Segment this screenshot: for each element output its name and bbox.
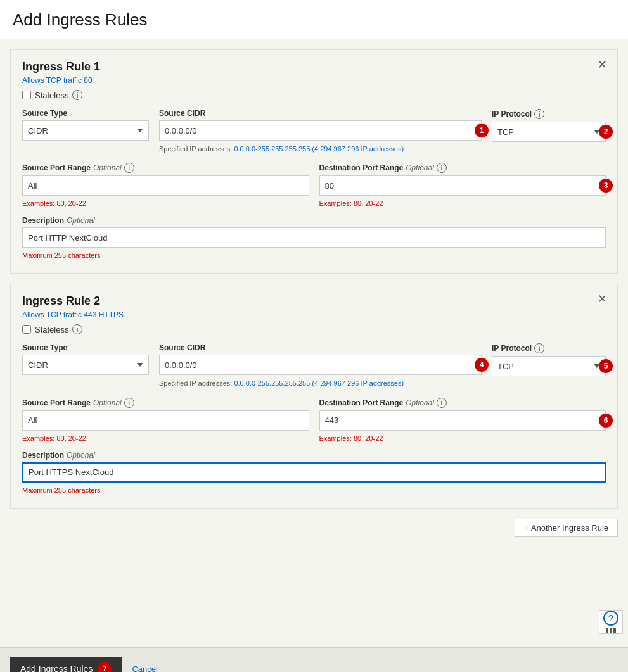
- rule-1-stateless-label: Stateless: [35, 91, 68, 100]
- rule-2-dest-port-group: Destination Port Range Optional i 443 6 …: [319, 398, 606, 442]
- rule-1-ip-protocol-label: IP Protocol i: [492, 109, 606, 119]
- rule-2-source-port-examples: Examples: 80, 20-22: [22, 434, 309, 442]
- cancel-button[interactable]: Cancel: [132, 664, 157, 673]
- rule-1-ip-protocol-info-icon[interactable]: i: [534, 109, 544, 119]
- svg-rect-3: [606, 631, 608, 633]
- rule-2-title: Ingress Rule 2: [22, 295, 606, 308]
- svg-rect-1: [610, 628, 612, 631]
- rule-1-dest-port-label: Destination Port Range Optional i: [319, 163, 606, 173]
- rule-1-stateless-checkbox[interactable]: [22, 91, 31, 99]
- rule-1-allows-text: Allows TCP traffic 80: [22, 76, 606, 85]
- footer-badge-7: 7: [98, 662, 112, 672]
- rule-1-dest-port-info-icon[interactable]: i: [437, 163, 447, 173]
- rule-1-close-button[interactable]: ✕: [598, 59, 607, 70]
- another-rule-bar: + Another Ingress Rule: [10, 519, 618, 537]
- rule-1-dest-port-examples: Examples: 80, 20-22: [319, 200, 606, 207]
- rule-1-source-port-group: Source Port Range Optional i All Example…: [22, 163, 309, 207]
- rule-2-source-cidr-label: Source CIDR: [159, 343, 482, 352]
- rule-1-dest-port-group: Destination Port Range Optional i 80 3 E…: [319, 163, 606, 207]
- rule-1-desc-row: Description Optional Port HTTP NextCloud…: [22, 216, 606, 259]
- rule-1-dest-port-wrapper: 80 3: [319, 175, 606, 196]
- rule-2-max-chars: Maximum 255 characters: [22, 486, 606, 494]
- rule-2-stateless-label: Stateless: [35, 325, 68, 334]
- rule-2-dest-port-input[interactable]: 443: [319, 410, 606, 431]
- rule-1-cidr-hint: Specified IP addresses: 0.0.0.0-255.255.…: [159, 144, 482, 154]
- rule-2-description-group: Description Optional Port HTTPS NextClou…: [22, 451, 606, 494]
- rule-1-cidr-hint-blue: 0.0.0.0-255.255.255.255 (4 294 967 296 I…: [234, 145, 404, 153]
- help-widget[interactable]: ?: [599, 610, 623, 634]
- rule-2-ip-protocol-wrapper: TCP UDP ICMP All Protocols 5: [492, 356, 606, 376]
- rule-2-source-port-info-icon[interactable]: i: [124, 398, 134, 408]
- ingress-rule-2-card: Ingress Rule 2 ✕ Allows TCP traffic 443 …: [10, 284, 618, 508]
- page-title: Add Ingress Rules: [13, 10, 615, 30]
- rule-1-ip-protocol-group: IP Protocol i TCP UDP ICMP All Protocols…: [492, 109, 606, 142]
- rule-1-top-fields: Source Type CIDR Service Network Securit…: [22, 109, 606, 154]
- rule-2-ip-protocol-info-icon[interactable]: i: [534, 343, 544, 353]
- rule-2-close-button[interactable]: ✕: [598, 293, 607, 305]
- rule-1-dest-port-input[interactable]: 80: [319, 175, 606, 196]
- rule-2-ip-protocol-select[interactable]: TCP UDP ICMP All Protocols: [492, 356, 606, 376]
- rule-1-port-row: Source Port Range Optional i All Example…: [22, 163, 606, 207]
- rule-1-source-port-label: Source Port Range Optional i: [22, 163, 309, 173]
- rule-2-desc-row: Description Optional Port HTTPS NextClou…: [22, 451, 606, 494]
- svg-rect-4: [610, 631, 612, 633]
- rule-2-source-cidr-wrapper: 0.0.0.0/0 4: [159, 355, 482, 375]
- rule-1-description-group: Description Optional Port HTTP NextCloud…: [22, 216, 606, 259]
- rule-2-allows-text: Allows TCP traffic 443 HTTPS: [22, 310, 606, 319]
- rule-2-stateless-row: Stateless i: [22, 324, 606, 334]
- rule-2-ip-protocol-label: IP Protocol i: [492, 343, 606, 353]
- page-header: Add Ingress Rules: [0, 0, 628, 39]
- rule-2-source-type-group: Source Type CIDR Service Network Securit…: [22, 343, 149, 375]
- rule-2-description-label: Description Optional: [22, 451, 606, 460]
- svg-rect-0: [606, 628, 608, 631]
- help-grid-icon: [606, 628, 616, 633]
- rule-1-source-type-label: Source Type: [22, 109, 149, 118]
- rule-2-source-cidr-input[interactable]: 0.0.0.0/0: [159, 355, 482, 375]
- rule-1-source-cidr-group: Source CIDR 0.0.0.0/0 1 Specified IP add…: [159, 109, 482, 154]
- rule-1-source-port-input[interactable]: All: [22, 175, 309, 196]
- rule-1-title: Ingress Rule 1: [22, 60, 606, 73]
- rule-2-source-cidr-group: Source CIDR 0.0.0.0/0 4 Specified IP add…: [159, 343, 482, 388]
- rule-2-source-port-input[interactable]: All: [22, 410, 309, 431]
- rule-1-max-chars: Maximum 255 characters: [22, 251, 606, 259]
- rule-2-stateless-checkbox[interactable]: [22, 325, 31, 334]
- svg-rect-5: [613, 631, 616, 633]
- rule-2-cidr-hint-blue: 0.0.0.0-255.255.255.255 (4 294 967 296 I…: [234, 379, 404, 387]
- rule-1-stateless-info-icon[interactable]: i: [72, 90, 82, 100]
- rule-1-stateless-row: Stateless i: [22, 90, 606, 100]
- page-body: Ingress Rule 1 ✕ Allows TCP traffic 80 S…: [0, 39, 628, 647]
- rule-1-description-label: Description Optional: [22, 216, 606, 225]
- rule-2-ip-protocol-group: IP Protocol i TCP UDP ICMP All Protocols…: [492, 343, 606, 376]
- rule-1-source-type-select[interactable]: CIDR Service Network Security Group: [22, 120, 149, 141]
- rule-2-description-input[interactable]: Port HTTPS NextCloud: [22, 462, 606, 483]
- rule-2-cidr-hint: Specified IP addresses: 0.0.0.0-255.255.…: [159, 379, 482, 388]
- rule-2-top-fields: Source Type CIDR Service Network Securit…: [22, 343, 606, 388]
- rule-1-ip-protocol-wrapper: TCP UDP ICMP All Protocols 2: [492, 122, 606, 142]
- rule-2-source-port-label: Source Port Range Optional i: [22, 398, 309, 408]
- rule-1-ip-protocol-select[interactable]: TCP UDP ICMP All Protocols: [492, 122, 606, 142]
- footer-bar: Add Ingress Rules 7 Cancel: [0, 647, 628, 672]
- another-ingress-rule-button[interactable]: + Another Ingress Rule: [515, 519, 618, 537]
- help-circle-icon: ?: [603, 611, 618, 626]
- rule-2-source-type-label: Source Type: [22, 343, 149, 352]
- rule-2-port-row: Source Port Range Optional i All Example…: [22, 398, 606, 442]
- rule-2-source-type-select[interactable]: CIDR Service Network Security Group: [22, 355, 149, 375]
- add-ingress-rules-button[interactable]: Add Ingress Rules 7: [10, 657, 122, 672]
- ingress-rule-1-card: Ingress Rule 1 ✕ Allows TCP traffic 80 S…: [10, 49, 618, 274]
- rule-2-dest-port-examples: Examples: 80, 20-22: [319, 434, 606, 442]
- rule-2-source-port-group: Source Port Range Optional i All Example…: [22, 398, 309, 442]
- rule-1-source-port-examples: Examples: 80, 20-22: [22, 200, 309, 207]
- rule-1-description-input[interactable]: Port HTTP NextCloud: [22, 227, 606, 248]
- rule-1-source-cidr-input[interactable]: 0.0.0.0/0: [159, 120, 482, 141]
- rule-2-stateless-info-icon[interactable]: i: [72, 324, 82, 334]
- add-ingress-rules-label: Add Ingress Rules: [20, 664, 93, 672]
- svg-rect-2: [613, 628, 616, 631]
- rule-2-dest-port-wrapper: 443 6: [319, 410, 606, 431]
- rule-1-source-cidr-wrapper: 0.0.0.0/0 1: [159, 120, 482, 141]
- rule-2-dest-port-info-icon[interactable]: i: [437, 398, 447, 408]
- rule-1-source-type-group: Source Type CIDR Service Network Securit…: [22, 109, 149, 141]
- rule-1-source-port-info-icon[interactable]: i: [124, 163, 134, 173]
- rule-2-dest-port-label: Destination Port Range Optional i: [319, 398, 606, 408]
- rule-1-source-cidr-label: Source CIDR: [159, 109, 482, 118]
